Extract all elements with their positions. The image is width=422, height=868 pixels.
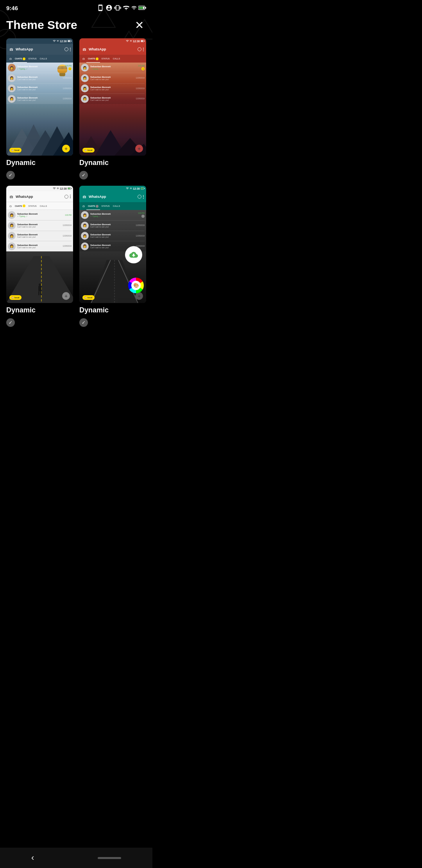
svg-rect-20 bbox=[144, 41, 145, 41]
svg-rect-13 bbox=[68, 40, 70, 41]
theme-name-1: Dynamic bbox=[6, 159, 73, 167]
add-button-1[interactable]: + bbox=[62, 145, 70, 152]
wa-chat-item: 👩 Sebastian Bennett Can't wait to see yo… bbox=[6, 94, 73, 104]
notification-icon bbox=[106, 4, 113, 11]
palette-overlay[interactable]: 🎨 bbox=[128, 278, 144, 293]
wa-time-2: 12:30 bbox=[133, 40, 140, 43]
wa-tab-calls-1: CALLS bbox=[38, 55, 48, 63]
wa-tabs-3: CHATS STATUS CALLS bbox=[6, 202, 73, 210]
screenshot-icon bbox=[97, 4, 104, 11]
whatsapp-preview-3: 12:30 WhatsApp bbox=[6, 186, 73, 303]
close-button[interactable]: ✕ bbox=[132, 18, 146, 32]
wa-time-1: 12:30 bbox=[60, 40, 67, 43]
theme-check-3: ✓ bbox=[6, 318, 15, 327]
wa-toolbar-1: WhatsApp bbox=[6, 44, 73, 55]
wa-tabs-1: CHATS STATUS CALLS bbox=[6, 55, 73, 63]
wa-chat-item: 👩 Sebastian Bennett Can't wait to see yo… bbox=[79, 221, 146, 231]
add-button-2[interactable]: + bbox=[135, 145, 143, 152]
theme-preview-2: 12:30 WhatsApp bbox=[79, 38, 146, 156]
local-badge-1: 🏠 local bbox=[9, 148, 21, 152]
wa-toolbar-4: WhatsApp bbox=[79, 191, 146, 202]
wa-chat-item: 👩 Sebastian Bennett Can't wait to see yo… bbox=[79, 94, 146, 104]
wa-chat-item: 👩 Sebastian Bennett ✓ Typing...! 3:00 PM… bbox=[6, 63, 73, 73]
wa-tab-chats-3: CHATS bbox=[13, 202, 27, 210]
wa-chat-item: 👩 Sebastian Bennett Can't wait to see yo… bbox=[6, 241, 73, 251]
wa-time-4: 12:30 bbox=[133, 187, 140, 190]
wa-tab-status-2: STATUS bbox=[100, 55, 111, 63]
wa-tab-status-1: STATUS bbox=[27, 55, 38, 63]
wa-appname-1: WhatsApp bbox=[16, 47, 33, 51]
wa-tab-chats-2: CHATS bbox=[86, 55, 100, 63]
wa-appname-3: WhatsApp bbox=[16, 195, 33, 199]
svg-rect-28 bbox=[68, 188, 70, 189]
wa-chat-item: 👩 Sebastian Bennett Can't wait to see yo… bbox=[6, 221, 73, 231]
wa-chat-item: 👩 Sebastian Bennett ✓ Typing...! 3:00 PM bbox=[6, 210, 73, 220]
theme-preview-4: 12:30 WhatsApp bbox=[79, 186, 146, 303]
local-badge-2: 🏠 local bbox=[82, 148, 95, 152]
wa-tab-status-4: STATUS bbox=[100, 202, 111, 210]
wa-chat-item: 👩 Sebastian Bennett Can't wait to see yo… bbox=[6, 83, 73, 93]
whatsapp-preview-4: 12:30 WhatsApp bbox=[79, 186, 146, 303]
wa-statusbar-4: 12:30 bbox=[79, 186, 146, 191]
wa-chat-item: 👩 Sebastian Bennett Can't wait to see yo… bbox=[79, 231, 146, 241]
wa-chat-item: 👩 Sebastian Bennett ✓ Typing...! 3:00 PM… bbox=[79, 63, 146, 73]
wa-toolbar-2: WhatsApp bbox=[79, 44, 146, 55]
whatsapp-preview-1: 12:30 WhatsApp bbox=[6, 38, 73, 156]
wa-tab-calls-2: CALLS bbox=[111, 55, 122, 63]
wa-time-3: 12:30 bbox=[60, 187, 67, 190]
local-badge-3: 🏠 local bbox=[9, 295, 21, 300]
theme-card-1[interactable]: 12:30 WhatsApp bbox=[6, 38, 73, 179]
wa-chat-item: 👩 Sebastian Bennett Can't wait to see yo… bbox=[6, 231, 73, 241]
wa-tab-chats-1: CHATS bbox=[13, 55, 27, 63]
svg-rect-10 bbox=[139, 7, 143, 9]
whatsapp-preview-2: 12:30 WhatsApp bbox=[79, 38, 146, 156]
local-badge-4: 🏠 local bbox=[82, 295, 95, 300]
svg-rect-8 bbox=[145, 7, 146, 9]
wa-chat-item: 👩 Sebastian Bennett ✓ Typing...! 3:00 PM bbox=[79, 210, 146, 220]
svg-rect-21 bbox=[141, 40, 143, 41]
themes-grid: 12:30 WhatsApp bbox=[0, 38, 152, 333]
theme-card-2[interactable]: 12:30 WhatsApp bbox=[79, 38, 146, 179]
wa-statusbar-1: 12:30 bbox=[6, 38, 73, 44]
wifi-icon bbox=[123, 5, 130, 11]
theme-check-4: ✓ bbox=[79, 318, 88, 327]
wa-statusbar-2: 12:30 bbox=[79, 38, 146, 44]
wa-toolbar-3: WhatsApp bbox=[6, 191, 73, 202]
wa-tabs-4: CHATS STATUS CALLS bbox=[79, 202, 146, 210]
wa-statusbar-3: 12:30 bbox=[6, 186, 73, 191]
theme-check-1: ✓ bbox=[6, 171, 15, 179]
add-button-3[interactable]: + bbox=[62, 292, 70, 300]
svg-rect-33 bbox=[141, 188, 143, 189]
download-overlay-button[interactable] bbox=[125, 246, 142, 264]
wa-tab-calls-4: CALLS bbox=[111, 202, 122, 210]
wa-appname-4: WhatsApp bbox=[89, 195, 106, 199]
wa-appname-2: WhatsApp bbox=[89, 47, 106, 51]
vibrate-icon bbox=[114, 4, 121, 11]
svg-rect-27 bbox=[71, 188, 72, 189]
wa-chat-item: 👩 Sebastian Bennett Can't wait to see yo… bbox=[79, 73, 146, 83]
theme-preview-3: 12:30 WhatsApp bbox=[6, 186, 73, 303]
wa-tab-status-3: STATUS bbox=[27, 202, 38, 210]
wa-chat-item: 👩 Sebastian Bennett Can't wait to see yo… bbox=[6, 73, 73, 83]
svg-rect-32 bbox=[144, 188, 145, 189]
svg-rect-12 bbox=[71, 41, 72, 41]
status-bar: 9:46 bbox=[0, 0, 152, 14]
page-title: Theme Store bbox=[6, 18, 77, 32]
theme-card-4[interactable]: 12:30 WhatsApp bbox=[79, 186, 146, 327]
status-time: 9:46 bbox=[6, 5, 18, 11]
theme-preview-1: 12:30 WhatsApp bbox=[6, 38, 73, 156]
signal-icon bbox=[131, 5, 137, 11]
status-icons bbox=[97, 4, 146, 11]
close-icon: ✕ bbox=[135, 19, 144, 32]
theme-check-2: ✓ bbox=[79, 171, 88, 179]
wa-chat-item: 👩 Sebastian Bennett Can't wait to see yo… bbox=[79, 83, 146, 93]
theme-card-3[interactable]: 12:30 WhatsApp bbox=[6, 186, 73, 327]
theme-name-4: Dynamic bbox=[79, 306, 146, 314]
theme-name-2: Dynamic bbox=[79, 159, 146, 167]
app-header: Theme Store ✕ bbox=[0, 14, 152, 38]
theme-name-3: Dynamic bbox=[6, 306, 73, 314]
wa-tab-calls-3: CALLS bbox=[38, 202, 48, 210]
add-button-4[interactable]: + bbox=[135, 292, 143, 300]
download-icon bbox=[129, 251, 138, 259]
wa-tab-chats-4: CHATS bbox=[86, 202, 100, 210]
